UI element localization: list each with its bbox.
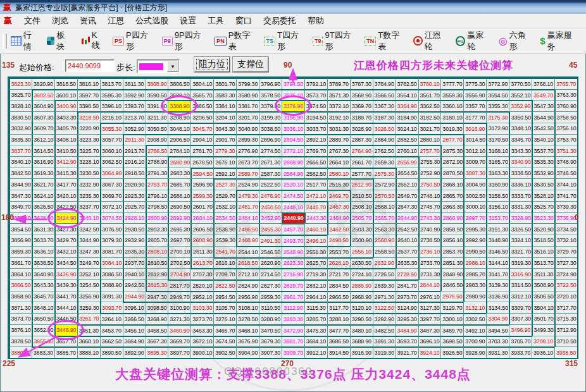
grid-cell: 2956.90 [236, 291, 259, 302]
grid-cell: 2541.70 [213, 246, 236, 257]
grid-cell: 3364.90 [396, 100, 418, 111]
grid-cell: 3662.50 [100, 336, 123, 347]
grid-cell: 2455.30 [259, 223, 282, 235]
menu-item-交易委托[interactable]: 交易委托 [258, 14, 302, 28]
menu-item-资讯[interactable]: 资讯 [74, 14, 102, 28]
grid-cell: 3405.70 [54, 123, 77, 134]
grid-cell: 2582.50 [304, 168, 327, 179]
grid-cell: 3136.90 [486, 291, 509, 302]
grid-cell: 2906.50 [168, 134, 190, 145]
grid-cell: 3876.10 [9, 324, 32, 336]
menu-item-设置[interactable]: 设置 [174, 14, 202, 28]
chevron-down-icon[interactable]: ▼ [167, 61, 178, 72]
start-price-input[interactable] [65, 59, 115, 72]
grid-cell: 3787.30 [350, 78, 373, 89]
grid-cell: 3146.50 [486, 246, 509, 257]
menu-item-江恩[interactable]: 江恩 [102, 14, 130, 28]
resistance-button[interactable]: 阻力位 [194, 57, 230, 72]
grid-cell: 3772.90 [486, 78, 509, 89]
grid-cell: 2937.70 [123, 257, 146, 269]
grid-cell: 2671.30 [259, 156, 282, 168]
grid-cell: 3580.90 [236, 89, 259, 101]
grid-cell: 3736.90 [554, 212, 577, 224]
grid-cell: 3295.30 [396, 313, 418, 324]
grid-cell: 2594.50 [190, 168, 213, 179]
grid-cell: 2853.70 [440, 246, 463, 257]
grid-cell: 3686.50 [327, 336, 350, 347]
grid-cell: 2988.10 [463, 257, 486, 269]
grid-cell: 3602.50 [32, 89, 54, 101]
grid-cell: 2620.90 [259, 257, 282, 269]
grid-cell: 3866.50 [9, 279, 32, 291]
grid-cell: 3268.90 [146, 313, 168, 324]
angle-label-135: 135 [2, 61, 15, 70]
grid-cell: 3408.10 [54, 134, 77, 145]
menu-item-窗口[interactable]: 窗口 [230, 14, 258, 28]
grid-cell: 2731.30 [418, 268, 441, 279]
toolbar-item-赢家轮[interactable]: 赢家轮 [456, 30, 490, 52]
grid-cell: 2846.50 [440, 279, 463, 291]
p9-icon: P9 [162, 37, 173, 46]
grid-cell: 3835.30 [9, 134, 32, 145]
grid-cell: 3938.50 [554, 346, 577, 358]
support-button[interactable]: 支撑位 [233, 57, 268, 72]
grid-cell: 3782.50 [396, 78, 418, 89]
grid-cell: 3844.90 [9, 178, 32, 190]
grid-cell: 2625.70 [304, 257, 327, 269]
grid-cell: 3924.10 [418, 346, 441, 358]
grid-cell: 2500.90 [350, 235, 373, 246]
menu-item-文件[interactable]: 文件 [18, 14, 46, 28]
toolbar-item-T四方形[interactable]: TST四方形 [264, 30, 304, 52]
toolbar-item-label: 赢家轮 [467, 30, 490, 52]
grid-cell: 3614.50 [32, 145, 54, 156]
step-color-dropdown[interactable]: ▼ [137, 59, 180, 73]
grid-cell: 2932.90 [123, 235, 146, 246]
grid-cell: 2520.10 [282, 178, 304, 190]
menu-item-公式选股[interactable]: 公式选股 [130, 14, 174, 28]
toolbar-item-9T四方形[interactable]: T99T四方形 [313, 30, 356, 52]
grid-cell: 3556.90 [463, 89, 486, 101]
grid-cell: 2688.10 [168, 190, 190, 201]
grid-cell: 2870.50 [440, 168, 463, 179]
toolbar-item-P数字表[interactable]: PNP数字表 [215, 30, 256, 52]
toolbar-item-K线[interactable]: K线 [80, 30, 104, 51]
toolbar-item-赢家服务[interactable]: 赢家服务 [540, 30, 578, 52]
grid-cell: 2580.10 [327, 168, 350, 179]
toolbar-item-板块[interactable]: 板块 [47, 30, 72, 52]
grid-cell: 2676.10 [213, 156, 236, 168]
toolbar-item-label: P数字表 [228, 30, 256, 52]
grid-cell: 3103.30 [190, 302, 213, 313]
toolbar-item-六角形[interactable]: 六角形 [499, 30, 532, 52]
toolbar-item-P四方形[interactable]: PSP四方形 [113, 30, 154, 52]
grid-cell: 3871.30 [9, 302, 32, 313]
grid-cell: 3753.70 [554, 134, 577, 145]
ps-icon: PS [113, 37, 124, 46]
grid-cell: 3854.50 [9, 223, 32, 235]
menu-item-工具[interactable]: 工具 [202, 14, 230, 28]
toolbar-item-9P四方形[interactable]: P99P四方形 [162, 30, 207, 52]
grid-cell: 3820.90 [32, 78, 54, 89]
grid-cell: 2916.10 [123, 156, 146, 168]
grid-cell: 2745.70 [418, 201, 441, 212]
grid-cell: 3350.50 [509, 111, 532, 123]
grid-cell: 3492.10 [463, 324, 486, 336]
grid-cell: 2440.90 [282, 212, 304, 224]
grid-cell: 3115.30 [304, 302, 327, 313]
grid-cell: 2695.30 [168, 223, 190, 235]
grid-cell: 3688.90 [350, 336, 373, 347]
grid-cell: 3907.30 [259, 346, 282, 358]
grid-cell: 3093.70 [100, 302, 123, 313]
grid-cell: 3734.50 [554, 223, 577, 235]
grid-cell: 3100.90 [168, 302, 190, 313]
grid-cell: 3117.70 [327, 302, 350, 313]
menu-item-浏览[interactable]: 浏览 [46, 14, 74, 28]
grid-cell: 3912.10 [304, 346, 327, 358]
menu-item-帮助[interactable]: 帮助 [302, 14, 330, 28]
grid-cell: 3751.30 [554, 145, 577, 156]
grid-cell: 2892.10 [304, 134, 327, 145]
grid-cell: 3434.50 [54, 257, 77, 269]
toolbar-item-T数字表[interactable]: TNT数字表 [365, 30, 405, 52]
grid-cell: 3453.70 [100, 324, 123, 336]
toolbar-item-行情[interactable]: 行情 [11, 30, 39, 52]
toolbar-item-江恩轮[interactable]: 江恩轮 [413, 30, 447, 52]
